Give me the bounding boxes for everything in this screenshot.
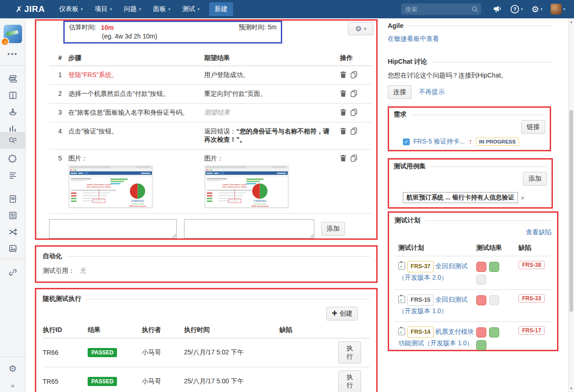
nav-menu-item[interactable]: 测试 ▾ [176, 0, 206, 18]
help-menu[interactable]: ? ▾ [510, 5, 523, 14]
sidebar-item-backlog[interactable] [0, 72, 25, 86]
svg-text:?: ? [513, 6, 517, 12]
new-step-input[interactable] [49, 219, 177, 238]
nav-menu-item[interactable]: 仪表板 ▾ [53, 0, 89, 18]
expected-text[interactable]: 用户登陆成功。 [204, 71, 249, 78]
issue-key-badge[interactable]: FRS-15 [407, 294, 434, 306]
expected-text[interactable]: 期望结果 [204, 109, 230, 116]
delete-step-icon[interactable] [340, 127, 346, 135]
table-row: FRS-37全回归测试（开发版本 2.0） FRS-38 [395, 256, 552, 289]
delete-step-icon[interactable] [340, 71, 346, 78]
search-input[interactable] [401, 3, 481, 15]
sidebar-settings[interactable]: ⚙ [0, 361, 25, 376]
chevron-down-icon: ▾ [563, 7, 565, 11]
status-badge: PASSED [88, 377, 117, 386]
view-on-board-link[interactable]: 在敏捷看板中查看 [388, 35, 439, 42]
result-squares[interactable] [476, 295, 506, 305]
project-badge-icon [1, 38, 9, 46]
requirement-link[interactable]: FRS-5 验证持卡... [413, 138, 465, 146]
execution-id[interactable]: TR66 [43, 349, 88, 356]
link-requirement-button[interactable]: 链接 [521, 120, 545, 134]
table-row: 5 图片： [49, 149, 372, 214]
svg-text:after clicking 'Clone' button: after clicking 'Clone' button [223, 186, 247, 188]
steps-settings-button[interactable]: ⚙ ▾ [348, 22, 373, 35]
create-button[interactable]: 新建 [209, 2, 233, 16]
sidebar-item-shuffle[interactable] [0, 225, 25, 239]
remove-tag-icon[interactable]: × [521, 194, 525, 202]
clone-step-icon[interactable] [350, 155, 357, 162]
step-text[interactable]: 选择一个机票然后点击"付款"按钮。 [68, 90, 169, 97]
sidebar-item-media[interactable] [0, 241, 25, 256]
hipchat-title: HipChat 讨论 [388, 58, 553, 66]
sidebar-item-board[interactable] [0, 88, 25, 103]
sidebar-item-releases[interactable] [0, 105, 25, 119]
step-text[interactable]: 登陆"FRS"系统。 [68, 71, 118, 78]
vertical-scrollbar[interactable]: ▲ ▼ [568, 18, 574, 392]
clone-step-icon[interactable] [350, 71, 357, 78]
agile-section: Agile 在敏捷看板中查看 [388, 22, 553, 43]
expected-text[interactable]: 返回错误： [204, 127, 236, 135]
requirement-item: ✓ FRS-5 验证持卡... ↑ IN PROGRESS [403, 138, 545, 146]
scrollbar-thumb[interactable] [569, 110, 573, 312]
estimate-value[interactable]: 10m [101, 24, 114, 31]
nav-menu-item[interactable]: 问题 ▾ [118, 0, 147, 18]
sidebar-item-reports-card[interactable] [0, 208, 25, 223]
add-suite-button[interactable]: 添加 [523, 172, 547, 186]
add-step-button[interactable]: 添加 [321, 222, 345, 236]
delete-step-icon[interactable] [340, 90, 346, 97]
delete-step-icon[interactable] [340, 109, 346, 116]
create-execution-button[interactable]: ✚创建 [326, 307, 358, 320]
col-execution-id: 执行ID [43, 326, 88, 334]
nav-menu-item[interactable]: 项目 ▾ [89, 0, 118, 18]
clone-step-icon[interactable] [350, 127, 357, 135]
issue-key-badge[interactable]: FRS-14 [407, 326, 434, 338]
step-text[interactable]: 在"旅客信息"面板输入名字和身份证号码。 [68, 109, 189, 116]
step-text[interactable]: 图片： [68, 155, 88, 162]
user-menu[interactable]: ▾ [551, 4, 565, 15]
jira-logo[interactable]: ✗ JIRA [16, 4, 45, 14]
run-button[interactable]: 执行 [338, 342, 361, 364]
test-plan-icon [398, 328, 405, 335]
sidebar-item-pages[interactable] [0, 192, 25, 206]
nav-menu-item[interactable]: 面板 ▾ [147, 0, 177, 18]
step-text[interactable]: 点击"验证"按钮。 [68, 127, 118, 135]
delete-step-icon[interactable] [340, 155, 346, 162]
step-screenshot-thumbnail[interactable]: 'Labels' information is gone after click… [68, 166, 153, 208]
sidebar-item-issues-search[interactable] [0, 132, 25, 149]
contact-card-icon [8, 210, 18, 221]
expected-text[interactable]: 重定向到"付款"页面。 [204, 90, 267, 97]
hipchat-connect-button[interactable]: 连接 [388, 85, 412, 99]
defect-link[interactable]: FRS-38 [518, 261, 545, 269]
new-expected-input[interactable] [184, 219, 314, 238]
hipchat-dismiss-link[interactable]: 不再提示 [419, 88, 445, 96]
test-plans-rows: FRS-37全回归测试（开发版本 2.0） FRS-38 FRS-15全回归测试… [395, 256, 552, 355]
clone-step-icon[interactable] [350, 90, 357, 97]
sidebar-item-links[interactable] [0, 265, 25, 280]
clone-step-icon[interactable] [350, 109, 357, 116]
sidebar-item-addons[interactable] [0, 151, 25, 166]
defect-link[interactable]: FRS-17 [518, 326, 545, 335]
run-button[interactable]: 执行 [338, 370, 361, 392]
priority-high-icon: ↑ [468, 138, 472, 146]
scroll-up-icon[interactable]: ▲ [568, 20, 574, 24]
announcements-icon[interactable] [493, 5, 502, 13]
expected-screenshot-thumbnail[interactable]: 'Labels' information is gone after click… [204, 166, 289, 208]
test-reference-label: 测试引用： [43, 267, 75, 274]
execution-id[interactable]: TR65 [43, 378, 88, 385]
sidebar-item-summary[interactable] [0, 168, 25, 182]
expected-text[interactable]: 图片： [204, 155, 223, 162]
project-avatar[interactable] [4, 25, 22, 43]
result-squares[interactable] [476, 262, 506, 285]
issue-key-badge[interactable]: FRS-37 [407, 261, 434, 272]
suite-tag[interactable]: 航班预订系统 ... 银行卡持有人信息验证 [403, 192, 518, 203]
admin-settings-menu[interactable]: ⚙ ▾ [531, 5, 543, 14]
sidebar-collapse[interactable]: » [0, 378, 25, 392]
result-squares[interactable] [476, 327, 506, 350]
sidebar-item-more[interactable]: ••• [0, 47, 25, 61]
table-row: 4 点击"验证"按钮。 [49, 122, 372, 149]
view-defects-link[interactable]: 查看缺陷 [526, 228, 552, 237]
search-icon [472, 6, 478, 12]
scroll-down-icon[interactable]: ▼ [568, 386, 574, 391]
defect-link[interactable]: FRS-33 [518, 294, 545, 303]
requirements-section: 需求 链接 ✓ FRS-5 验证持卡... ↑ IN PROGRESS [388, 106, 551, 151]
